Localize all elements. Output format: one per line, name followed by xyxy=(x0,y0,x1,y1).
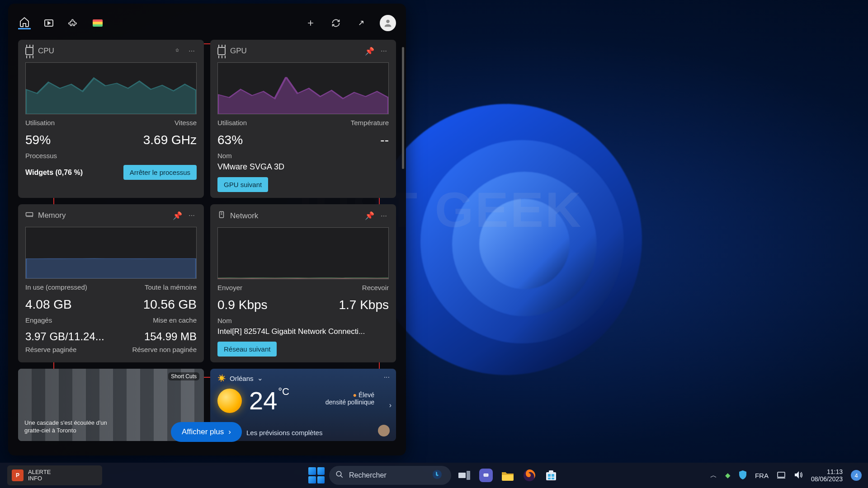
add-widget-button[interactable] xyxy=(304,16,317,30)
start-button[interactable] xyxy=(308,467,325,483)
cpu-speed-value: 3.69 GHz xyxy=(143,133,197,147)
network-tray-icon[interactable] xyxy=(777,471,786,480)
puzzle-icon[interactable] xyxy=(67,17,80,29)
gpu-temp-value: -- xyxy=(380,133,389,147)
svg-rect-17 xyxy=(548,474,551,477)
gpu-widget: GPU 📌 ··· UtilisationTempérature 63%-- N… xyxy=(210,40,396,198)
svg-rect-20 xyxy=(552,478,554,479)
svg-marker-3 xyxy=(218,77,388,114)
color-icon[interactable] xyxy=(91,17,104,29)
stop-process-button[interactable]: Arrêter le processus xyxy=(123,165,197,180)
news-headline: Une cascade s'est écoulée d'un gratte-ci… xyxy=(24,419,124,435)
taskbar-search[interactable]: Rechercher xyxy=(329,466,451,485)
next-gpu-button[interactable]: GPU suivant xyxy=(217,177,268,192)
mem-cache-label: Mise en cache xyxy=(153,316,197,324)
cpu-icon xyxy=(25,47,33,55)
mem-inuse-value: 4.08 GB xyxy=(25,297,72,312)
mem-inuse-label: In use (compressed) xyxy=(25,283,87,291)
taskbar: P ALERTE INFO Rechercher ︿ ◆ FRA 11:13 0… xyxy=(0,463,868,488)
mem-total-value: 10.56 GB xyxy=(143,297,197,312)
more-button[interactable]: ··· xyxy=(187,46,197,56)
svg-point-1 xyxy=(386,20,389,23)
security-icon[interactable] xyxy=(739,470,747,481)
net-recv-value: 1.7 Kbps xyxy=(339,298,389,312)
widgets-scrollbar[interactable] xyxy=(402,47,404,169)
net-name-label: Nom xyxy=(217,317,232,324)
pin-button[interactable] xyxy=(172,46,182,56)
svg-rect-18 xyxy=(552,474,554,477)
mem-cache-value: 154.99 MB xyxy=(144,330,197,343)
network-chart xyxy=(217,227,389,279)
file-explorer-button[interactable] xyxy=(499,467,516,484)
more-button[interactable]: ··· xyxy=(379,211,389,221)
mem-nonpaged-label: Réserve non paginée xyxy=(132,346,197,353)
net-recv-label: Recevoir xyxy=(362,284,389,291)
cpu-util-label: Utilisation xyxy=(25,119,55,127)
pin-button[interactable]: 📌 xyxy=(364,46,374,56)
weather-more-button[interactable]: ··· xyxy=(384,373,390,381)
svg-rect-16 xyxy=(549,470,553,473)
svg-point-7 xyxy=(336,471,341,476)
memory-title: Memory xyxy=(38,211,168,220)
system-tray: ︿ ◆ FRA 11:13 08/06/2023 4 xyxy=(710,468,862,483)
show-more-button[interactable]: Afficher plus› xyxy=(171,422,242,442)
cpu-top-process: Widgets (0,76 %) xyxy=(25,169,83,177)
bing-icon[interactable] xyxy=(432,469,442,481)
net-send-value: 0.9 Kbps xyxy=(217,298,268,312)
chevron-right-icon[interactable]: › xyxy=(389,401,392,409)
gpu-util-value: 63% xyxy=(217,133,243,147)
weather-forecast-link[interactable]: Les prévisions complètes xyxy=(246,429,322,436)
microsoft-store-button[interactable] xyxy=(542,467,560,484)
gpu-icon xyxy=(217,47,226,55)
weather-location: Orléans xyxy=(230,375,254,382)
search-placeholder: Rechercher xyxy=(349,471,387,479)
chevron-down-icon[interactable]: ⌄ xyxy=(257,374,263,382)
next-network-button[interactable]: Réseau suivant xyxy=(217,342,277,357)
svg-point-12 xyxy=(485,474,486,475)
task-view-button[interactable] xyxy=(456,467,473,484)
memory-widget: Memory 📌 ··· In use (compressed)Toute la… xyxy=(18,204,204,362)
language-indicator[interactable]: FRA xyxy=(755,472,769,479)
taskbar-news-badge[interactable]: P ALERTE INFO xyxy=(7,465,102,485)
firefox-button[interactable] xyxy=(521,467,538,484)
weather-icon: ☀️ xyxy=(217,374,226,382)
mem-paged-label: Réserve paginée xyxy=(25,346,76,353)
cpu-util-value: 59% xyxy=(25,133,51,147)
cpu-title: CPU xyxy=(38,47,168,56)
net-name-value: Intel[R] 82574L Gigabit Network Connecti… xyxy=(217,327,389,336)
notification-count[interactable]: 4 xyxy=(851,470,862,481)
tray-chevron-icon[interactable]: ︿ xyxy=(710,471,717,480)
sun-icon xyxy=(217,389,242,413)
gpu-name-value: VMware SVGA 3D xyxy=(217,162,389,172)
refresh-button[interactable] xyxy=(329,16,343,30)
mem-commit-label: Engagés xyxy=(25,316,52,324)
cpu-speed-label: Vitesse xyxy=(175,119,197,127)
pin-button[interactable]: 📌 xyxy=(364,211,374,221)
net-send-label: Envoyer xyxy=(217,284,242,291)
home-icon[interactable] xyxy=(18,17,31,29)
taskbar-clock[interactable]: 11:13 08/06/2023 xyxy=(811,468,843,483)
video-icon[interactable] xyxy=(42,17,55,29)
svg-rect-11 xyxy=(484,474,489,477)
mem-commit-value: 3.97 GB/11.24... xyxy=(25,330,104,343)
volume-icon[interactable] xyxy=(794,471,803,480)
news-badge-title: ALERTE xyxy=(28,469,51,475)
tray-app-icon[interactable]: ◆ xyxy=(725,471,731,479)
gpu-chart xyxy=(217,62,389,114)
more-button[interactable]: ··· xyxy=(187,211,197,221)
svg-rect-19 xyxy=(548,478,551,479)
mem-total-label: Toute la mémoire xyxy=(145,283,197,291)
expand-button[interactable] xyxy=(354,16,368,30)
cpu-widget: CPU ··· UtilisationVitesse 59%3.69 GHz P… xyxy=(18,40,204,198)
chat-button[interactable] xyxy=(477,467,495,484)
weather-alert-level: Élevé xyxy=(359,391,374,399)
svg-rect-4 xyxy=(26,213,33,216)
gpu-temp-label: Température xyxy=(351,119,389,127)
more-button[interactable]: ··· xyxy=(379,46,389,56)
weather-temp: 24 xyxy=(249,386,277,415)
network-icon xyxy=(217,211,226,221)
profile-avatar[interactable] xyxy=(380,15,396,31)
svg-point-13 xyxy=(486,474,487,475)
weather-earth-icon xyxy=(378,425,390,436)
pin-button[interactable]: 📌 xyxy=(172,211,182,221)
